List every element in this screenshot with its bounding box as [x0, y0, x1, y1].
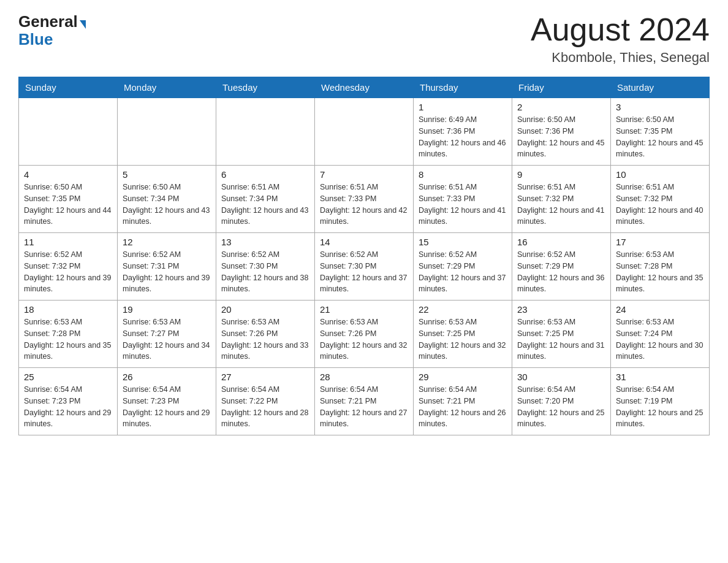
cell-w3-d2: 12 Sunrise: 6:52 AMSunset: 7:31 PMDaylig… — [118, 233, 216, 301]
day-number: 27 — [221, 372, 309, 382]
day-number: 11 — [24, 237, 112, 247]
day-number: 30 — [517, 372, 605, 382]
day-number: 17 — [616, 237, 704, 247]
logo-general-text: General — [18, 12, 78, 31]
cell-w4-d6: 23 Sunrise: 6:53 AMSunset: 7:25 PMDaylig… — [512, 301, 611, 368]
logo: General Blue — [18, 12, 86, 49]
cell-w1-d3 — [216, 98, 315, 166]
day-info: Sunrise: 6:51 AMSunset: 7:33 PMDaylight:… — [419, 183, 506, 226]
day-number: 12 — [123, 237, 211, 247]
logo-arrow-icon — [80, 20, 86, 29]
cell-w5-d2: 26 Sunrise: 6:54 AMSunset: 7:23 PMDaylig… — [118, 368, 216, 435]
cell-w1-d1 — [19, 98, 118, 166]
cell-w5-d3: 27 Sunrise: 6:54 AMSunset: 7:22 PMDaylig… — [216, 368, 315, 435]
week-row-4: 18 Sunrise: 6:53 AMSunset: 7:28 PMDaylig… — [19, 301, 710, 368]
cell-w4-d3: 20 Sunrise: 6:53 AMSunset: 7:26 PMDaylig… — [216, 301, 315, 368]
day-info: Sunrise: 6:54 AMSunset: 7:23 PMDaylight:… — [123, 385, 210, 428]
day-info: Sunrise: 6:54 AMSunset: 7:19 PMDaylight:… — [616, 385, 703, 428]
title-block: August 2024 Kbombole, Thies, Senegal — [531, 12, 710, 66]
day-number: 4 — [24, 169, 112, 180]
cell-w4-d4: 21 Sunrise: 6:53 AMSunset: 7:26 PMDaylig… — [315, 301, 414, 368]
day-info: Sunrise: 6:50 AMSunset: 7:35 PMDaylight:… — [616, 115, 703, 158]
day-number: 21 — [320, 304, 408, 315]
day-info: Sunrise: 6:51 AMSunset: 7:33 PMDaylight:… — [320, 183, 407, 226]
cell-w4-d2: 19 Sunrise: 6:53 AMSunset: 7:27 PMDaylig… — [118, 301, 216, 368]
day-info: Sunrise: 6:51 AMSunset: 7:34 PMDaylight:… — [221, 183, 308, 226]
cell-w3-d7: 17 Sunrise: 6:53 AMSunset: 7:28 PMDaylig… — [611, 233, 710, 301]
cell-w5-d1: 25 Sunrise: 6:54 AMSunset: 7:23 PMDaylig… — [19, 368, 118, 435]
cell-w3-d3: 13 Sunrise: 6:52 AMSunset: 7:30 PMDaylig… — [216, 233, 315, 301]
cell-w2-d5: 8 Sunrise: 6:51 AMSunset: 7:33 PMDayligh… — [414, 166, 512, 233]
day-info: Sunrise: 6:53 AMSunset: 7:26 PMDaylight:… — [320, 318, 407, 361]
day-info: Sunrise: 6:50 AMSunset: 7:35 PMDaylight:… — [24, 183, 111, 226]
day-number: 15 — [419, 237, 507, 247]
day-info: Sunrise: 6:52 AMSunset: 7:30 PMDaylight:… — [221, 250, 308, 293]
page-header: General Blue August 2024 Kbombole, Thies… — [18, 12, 710, 66]
day-number: 7 — [320, 169, 408, 180]
day-number: 22 — [419, 304, 507, 315]
week-row-2: 4 Sunrise: 6:50 AMSunset: 7:35 PMDayligh… — [19, 166, 710, 233]
cell-w2-d6: 9 Sunrise: 6:51 AMSunset: 7:32 PMDayligh… — [512, 166, 611, 233]
cell-w1-d2 — [118, 98, 216, 166]
day-number: 10 — [616, 169, 704, 180]
day-number: 26 — [123, 372, 211, 382]
day-number: 14 — [320, 237, 408, 247]
day-number: 13 — [221, 237, 309, 247]
day-number: 1 — [419, 102, 507, 112]
cell-w3-d4: 14 Sunrise: 6:52 AMSunset: 7:30 PMDaylig… — [315, 233, 414, 301]
cell-w1-d6: 2 Sunrise: 6:50 AMSunset: 7:36 PMDayligh… — [512, 98, 611, 166]
week-row-5: 25 Sunrise: 6:54 AMSunset: 7:23 PMDaylig… — [19, 368, 710, 435]
cell-w5-d5: 29 Sunrise: 6:54 AMSunset: 7:21 PMDaylig… — [414, 368, 512, 435]
week-row-1: 1 Sunrise: 6:49 AMSunset: 7:36 PMDayligh… — [19, 98, 710, 166]
day-info: Sunrise: 6:53 AMSunset: 7:24 PMDaylight:… — [616, 318, 703, 361]
day-info: Sunrise: 6:53 AMSunset: 7:25 PMDaylight:… — [419, 318, 506, 361]
day-number: 16 — [517, 237, 605, 247]
day-number: 28 — [320, 372, 408, 382]
day-number: 29 — [419, 372, 507, 382]
day-info: Sunrise: 6:54 AMSunset: 7:22 PMDaylight:… — [221, 385, 308, 428]
day-info: Sunrise: 6:54 AMSunset: 7:21 PMDaylight:… — [419, 385, 506, 428]
cell-w3-d6: 16 Sunrise: 6:52 AMSunset: 7:29 PMDaylig… — [512, 233, 611, 301]
day-info: Sunrise: 6:50 AMSunset: 7:34 PMDaylight:… — [123, 183, 210, 226]
day-info: Sunrise: 6:52 AMSunset: 7:29 PMDaylight:… — [517, 250, 604, 293]
day-info: Sunrise: 6:51 AMSunset: 7:32 PMDaylight:… — [616, 183, 703, 226]
day-info: Sunrise: 6:54 AMSunset: 7:21 PMDaylight:… — [320, 385, 407, 428]
day-number: 18 — [24, 304, 112, 315]
cell-w5-d7: 31 Sunrise: 6:54 AMSunset: 7:19 PMDaylig… — [611, 368, 710, 435]
day-info: Sunrise: 6:54 AMSunset: 7:23 PMDaylight:… — [24, 385, 111, 428]
cell-w2-d1: 4 Sunrise: 6:50 AMSunset: 7:35 PMDayligh… — [19, 166, 118, 233]
cell-w4-d1: 18 Sunrise: 6:53 AMSunset: 7:28 PMDaylig… — [19, 301, 118, 368]
day-info: Sunrise: 6:53 AMSunset: 7:27 PMDaylight:… — [123, 318, 210, 361]
day-info: Sunrise: 6:52 AMSunset: 7:31 PMDaylight:… — [123, 250, 210, 293]
day-number: 6 — [221, 169, 309, 180]
day-number: 3 — [616, 102, 704, 112]
day-number: 24 — [616, 304, 704, 315]
day-number: 9 — [517, 169, 605, 180]
day-info: Sunrise: 6:53 AMSunset: 7:25 PMDaylight:… — [517, 318, 604, 361]
cell-w5-d6: 30 Sunrise: 6:54 AMSunset: 7:20 PMDaylig… — [512, 368, 611, 435]
day-number: 5 — [123, 169, 211, 180]
calendar-table: Sunday Monday Tuesday Wednesday Thursday… — [18, 77, 710, 435]
day-info: Sunrise: 6:50 AMSunset: 7:36 PMDaylight:… — [517, 115, 604, 158]
cell-w2-d2: 5 Sunrise: 6:50 AMSunset: 7:34 PMDayligh… — [118, 166, 216, 233]
day-info: Sunrise: 6:53 AMSunset: 7:28 PMDaylight:… — [616, 250, 703, 293]
calendar-header-row: Sunday Monday Tuesday Wednesday Thursday… — [19, 77, 710, 98]
day-info: Sunrise: 6:53 AMSunset: 7:26 PMDaylight:… — [221, 318, 308, 361]
day-info: Sunrise: 6:52 AMSunset: 7:32 PMDaylight:… — [24, 250, 111, 293]
col-wednesday: Wednesday — [315, 77, 414, 98]
day-info: Sunrise: 6:53 AMSunset: 7:28 PMDaylight:… — [24, 318, 111, 361]
day-number: 23 — [517, 304, 605, 315]
day-number: 31 — [616, 372, 704, 382]
day-info: Sunrise: 6:51 AMSunset: 7:32 PMDaylight:… — [517, 183, 604, 226]
cell-w5-d4: 28 Sunrise: 6:54 AMSunset: 7:21 PMDaylig… — [315, 368, 414, 435]
cell-w4-d7: 24 Sunrise: 6:53 AMSunset: 7:24 PMDaylig… — [611, 301, 710, 368]
col-sunday: Sunday — [19, 77, 118, 98]
day-number: 19 — [123, 304, 211, 315]
cell-w3-d1: 11 Sunrise: 6:52 AMSunset: 7:32 PMDaylig… — [19, 233, 118, 301]
logo-blue-text: Blue — [18, 30, 53, 49]
col-friday: Friday — [512, 77, 611, 98]
cell-w2-d3: 6 Sunrise: 6:51 AMSunset: 7:34 PMDayligh… — [216, 166, 315, 233]
cell-w3-d5: 15 Sunrise: 6:52 AMSunset: 7:29 PMDaylig… — [414, 233, 512, 301]
month-title: August 2024 — [531, 12, 710, 47]
cell-w2-d7: 10 Sunrise: 6:51 AMSunset: 7:32 PMDaylig… — [611, 166, 710, 233]
